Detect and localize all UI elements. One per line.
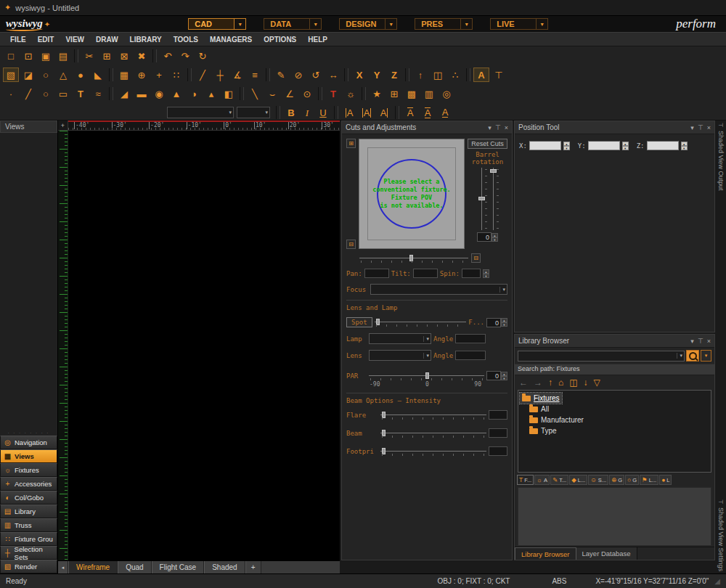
- refresh-icon[interactable]: ↻: [195, 49, 211, 63]
- tile-view-icon[interactable]: ◫: [569, 378, 577, 387]
- chevron-down-icon[interactable]: ▾: [423, 336, 429, 342]
- flare-slider[interactable]: [380, 411, 486, 420]
- tilt-field[interactable]: [413, 269, 438, 278]
- menu-item[interactable]: LIBRARY: [124, 34, 168, 45]
- snap-center-icon[interactable]: ┼: [212, 68, 228, 82]
- slider-thumb[interactable]: [382, 412, 386, 418]
- view-tab-add[interactable]: +: [245, 561, 261, 573]
- library-tab-gobos[interactable]: ⊕ G: [609, 475, 624, 485]
- sidebar-item-accessories[interactable]: + Accessories: [0, 477, 57, 491]
- menu-item[interactable]: OPTIONS: [258, 34, 302, 45]
- underline-button[interactable]: U: [315, 105, 331, 120]
- search-options-dropdown[interactable]: ▾: [701, 350, 711, 362]
- library-tab-fixtures[interactable]: T F...: [517, 475, 534, 485]
- spin-down-icon[interactable]: ▾: [501, 376, 507, 380]
- cone3d-icon[interactable]: ▲: [168, 86, 184, 101]
- library-tab-gels[interactable]: ○ G: [625, 475, 639, 485]
- drawing-canvas[interactable]: [68, 131, 340, 560]
- valign-middle-icon[interactable]: A: [420, 105, 436, 120]
- sidebar-item-render[interactable]: ▧ Render: [0, 560, 57, 573]
- lamp-dropdown[interactable]: ▾: [369, 333, 431, 344]
- angle-icon[interactable]: ∠: [282, 86, 298, 101]
- sidebar-item-selection-sets[interactable]: ┼ Selection Sets: [0, 546, 57, 560]
- chevron-down-icon[interactable]: ▾: [677, 353, 682, 359]
- lens-angle-field[interactable]: [455, 351, 486, 360]
- clipboard-icon[interactable]: ◫: [430, 68, 446, 82]
- panel-drag-handle[interactable]: · · · · · · · ·: [0, 430, 57, 436]
- eraser-icon[interactable]: ⊘: [290, 68, 306, 82]
- tree-item-all[interactable]: All: [527, 404, 551, 415]
- barrel-rotation-spinner[interactable]: 0 ▴▾: [477, 232, 498, 242]
- close-icon[interactable]: ×: [707, 338, 711, 345]
- axis-x-button[interactable]: X: [351, 68, 367, 82]
- par-spinner[interactable]: 0 ▴▾: [486, 371, 507, 380]
- panel-menu-icon[interactable]: ▾: [690, 124, 694, 131]
- cylinder-icon[interactable]: ○: [38, 68, 54, 82]
- rectangle-icon[interactable]: ▭: [55, 86, 71, 101]
- measure-icon[interactable]: ∡: [229, 68, 245, 82]
- lens-dropdown[interactable]: ▾: [369, 350, 431, 361]
- pin-icon[interactable]: ⊤: [698, 338, 703, 345]
- spin-down-icon[interactable]: ▾: [681, 146, 688, 150]
- fixture-label-icon[interactable]: T: [325, 86, 341, 101]
- slider-thumb[interactable]: [425, 372, 429, 379]
- ruler-corner[interactable]: +: [58, 121, 68, 131]
- paste-icon[interactable]: ⊠: [116, 49, 132, 63]
- insert-fixture-icon[interactable]: ★: [369, 86, 385, 101]
- menu-item[interactable]: FILE: [4, 34, 32, 45]
- tree-item-type[interactable]: Type: [527, 425, 559, 436]
- chevron-down-icon[interactable]: ▾: [229, 110, 232, 115]
- forward-icon[interactable]: →: [534, 378, 542, 387]
- chevron-down-icon[interactable]: ▾: [423, 353, 429, 359]
- rotate-icon[interactable]: ↺: [308, 68, 324, 82]
- mode-dropdown-arrow-icon[interactable]: ▼: [310, 18, 322, 30]
- x-field[interactable]: [529, 141, 561, 150]
- library-tab-trusses[interactable]: ✎ T...: [550, 475, 568, 485]
- library-results-area[interactable]: [518, 487, 711, 546]
- save-file-icon[interactable]: ▣: [38, 49, 54, 63]
- library-tab-screens[interactable]: ☺ S...: [588, 475, 608, 485]
- tab-shaded-view-output[interactable]: ⊤ Shaded View Output: [717, 123, 725, 190]
- focus-dropdown[interactable]: ▾: [370, 284, 507, 295]
- elevation-icon[interactable]: ↑: [412, 68, 428, 82]
- barrel-rotation-value[interactable]: 0: [477, 232, 492, 242]
- tab-layer-database[interactable]: Layer Database: [576, 547, 637, 560]
- tree-item-manufacturer[interactable]: Manufacturer: [527, 415, 586, 425]
- offset-icon[interactable]: ≡: [247, 68, 263, 82]
- line-icon[interactable]: ╱: [20, 86, 36, 101]
- cut-tool-bottom-icon[interactable]: ⊟: [346, 240, 356, 249]
- mode-dropdown-arrow-icon[interactable]: ▼: [461, 18, 473, 30]
- protractor-icon[interactable]: ⊙: [299, 86, 315, 101]
- add-vertex-icon[interactable]: +: [151, 68, 167, 82]
- spot-spinner[interactable]: 0 ▴▾: [486, 318, 507, 327]
- spot-button[interactable]: Spot: [346, 317, 372, 327]
- cube3d-icon[interactable]: ◧: [221, 86, 237, 101]
- chevron-down-icon[interactable]: ▾: [265, 110, 268, 115]
- sidebar-item-views[interactable]: ▦ Views: [0, 449, 57, 463]
- bold-button[interactable]: B: [283, 105, 299, 120]
- slider-thumb[interactable]: [382, 430, 386, 436]
- cut-tool-right-icon[interactable]: ⊟: [471, 253, 481, 263]
- spin-down-icon[interactable]: ▾: [563, 146, 570, 150]
- library-tab-lamps[interactable]: ● L: [659, 475, 672, 485]
- screen-icon[interactable]: ⊞: [386, 86, 402, 101]
- beam-slider[interactable]: [380, 429, 486, 438]
- tab-library-browser[interactable]: Library Browser: [515, 547, 576, 560]
- up-icon[interactable]: ↑: [548, 378, 552, 387]
- sidebar-item-navigation[interactable]: ◎ Navigation: [0, 436, 57, 449]
- menu-item[interactable]: MANAGERS: [204, 34, 258, 45]
- plank-icon[interactable]: ▬: [134, 86, 150, 101]
- pan-field[interactable]: [364, 269, 389, 278]
- mirror-icon[interactable]: ↔: [325, 68, 341, 82]
- label-box-icon[interactable]: ⊤: [491, 68, 507, 82]
- library-tab-lenses[interactable]: ⚑ L...: [640, 475, 658, 485]
- circle-icon[interactable]: ○: [38, 86, 54, 101]
- font-size-select[interactable]: ▾: [237, 107, 270, 118]
- panel-menu-icon[interactable]: ▾: [488, 124, 492, 131]
- valign-bottom-icon[interactable]: A: [437, 105, 453, 120]
- beam-field[interactable]: [489, 428, 507, 438]
- axis-y-button[interactable]: Y: [369, 68, 385, 82]
- print-icon[interactable]: ▤: [55, 49, 71, 63]
- font-select[interactable]: ▾: [167, 107, 234, 118]
- mode-design[interactable]: DESIGN ▼: [339, 18, 397, 30]
